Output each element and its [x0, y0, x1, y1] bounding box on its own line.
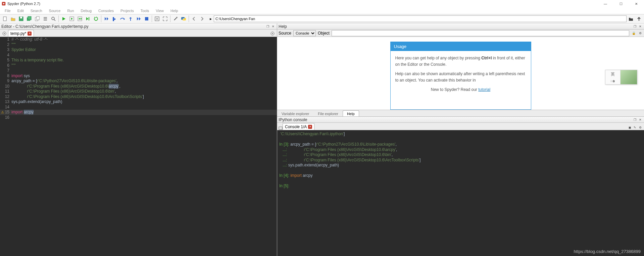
- console-undock-icon[interactable]: ❐: [633, 117, 637, 122]
- console-tab[interactable]: Console 1/A ✕: [283, 123, 314, 130]
- menu-debug[interactable]: Debug: [78, 8, 94, 13]
- spyder-logo-icon: [1, 1, 6, 6]
- code-line[interactable]: 6""": [0, 63, 277, 68]
- svg-rect-3: [20, 17, 22, 18]
- python-path-icon[interactable]: [180, 15, 187, 22]
- help-object-input[interactable]: [332, 30, 629, 36]
- usage-title: Usage: [391, 42, 531, 51]
- parent-dir-icon[interactable]: [635, 15, 643, 22]
- menu-consoles[interactable]: Consoles: [96, 8, 116, 13]
- menu-tools[interactable]: Tools: [138, 8, 152, 13]
- console-close-icon[interactable]: ✕: [638, 117, 643, 122]
- editor-tab-temp[interactable]: temp.py* ✕: [8, 30, 34, 37]
- preferences-icon[interactable]: [172, 15, 179, 22]
- code-line[interactable]: 5This is a temporary script file.: [0, 58, 277, 63]
- console-line: ...: r'C:\Program Files (x86)\ArcGIS\Des…: [279, 147, 642, 153]
- help-pane-label: Help: [279, 24, 287, 29]
- code-line[interactable]: 4: [0, 53, 277, 58]
- editor-pane-path: Editor - C:\Users\Chengyan Fan\.spyder\t…: [1, 24, 88, 29]
- code-line[interactable]: 11 r'C:\Program Files (x86)\ArcGIS\Deskt…: [0, 89, 277, 94]
- code-line[interactable]: 13sys.path.extend(arcpy_path): [0, 99, 277, 105]
- pane-undock-icon[interactable]: ❐: [265, 24, 270, 29]
- fullscreen-icon[interactable]: [161, 15, 169, 22]
- menu-search[interactable]: Search: [28, 8, 45, 13]
- outline-icon[interactable]: [42, 15, 49, 22]
- tutorial-link[interactable]: tutorial: [478, 87, 490, 92]
- nav-forward-icon[interactable]: [198, 15, 206, 22]
- editor-tab-label: temp.py*: [10, 31, 26, 36]
- console-clear-icon[interactable]: ✎: [633, 125, 637, 130]
- code-line[interactable]: 8import sys: [0, 73, 277, 79]
- help-close-icon[interactable]: ✕: [638, 24, 643, 29]
- help-toolbar: Source Console Object 🔒 ⚙: [277, 30, 644, 37]
- pane-close-icon[interactable]: ✕: [271, 24, 276, 29]
- save-icon[interactable]: [17, 15, 25, 22]
- code-line[interactable]: 3Spyder Editor: [0, 47, 277, 53]
- maximize-button[interactable]: ☐: [613, 0, 629, 7]
- console-line: ...: sys.path.extend(arcpy_path): [279, 163, 642, 168]
- help-source-select[interactable]: Console: [293, 30, 316, 36]
- code-line[interactable]: 9arcpy_path = [r'C:\Python27\ArcGIS10.6\…: [0, 79, 277, 84]
- code-editor[interactable]: 1# -*- coding: utf-8 -*-2"""3Spyder Edit…: [0, 37, 277, 256]
- tab-help[interactable]: Help: [343, 110, 359, 116]
- run-selection-icon[interactable]: [84, 15, 92, 22]
- debug-run-icon[interactable]: [111, 15, 118, 22]
- run-icon[interactable]: [60, 15, 67, 22]
- tab-file-explorer[interactable]: File explorer: [313, 110, 343, 116]
- console-tab-close-icon[interactable]: ✕: [308, 125, 312, 129]
- tab-options-icon[interactable]: [269, 31, 276, 37]
- nav-back-icon[interactable]: [190, 15, 198, 22]
- path-dropdown-icon[interactable]: ▸: [208, 15, 213, 22]
- svg-rect-7: [37, 16, 39, 20]
- new-file-icon[interactable]: [1, 15, 9, 22]
- menu-file[interactable]: File: [2, 8, 13, 13]
- debug-stop-icon[interactable]: [143, 15, 150, 22]
- console-tab-menu-icon[interactable]: [279, 126, 283, 130]
- menu-view[interactable]: View: [153, 8, 166, 13]
- svg-rect-19: [279, 127, 282, 130]
- console-options-icon[interactable]: ⚙: [638, 125, 643, 130]
- code-line[interactable]: 16: [0, 115, 277, 120]
- tab-menu-icon[interactable]: [1, 31, 7, 37]
- tab-variable-explorer[interactable]: Variable explorer: [277, 110, 313, 116]
- console-line: ...: r'C:\Program Files (x86)\ArcGIS\Des…: [279, 158, 642, 163]
- debug-continue-icon[interactable]: [135, 15, 142, 22]
- working-dir-input[interactable]: [214, 15, 627, 22]
- console-tab-label: Console 1/A: [285, 124, 307, 129]
- copy-icon[interactable]: [34, 15, 41, 22]
- debug-step-over-icon[interactable]: [119, 15, 126, 22]
- open-file-icon[interactable]: [9, 15, 17, 22]
- code-line[interactable]: 1# -*- coding: utf-8 -*-: [0, 37, 277, 42]
- help-options-icon[interactable]: ⚙: [638, 31, 643, 36]
- rerun-icon[interactable]: [92, 15, 100, 22]
- debug-step-out-icon[interactable]: [127, 15, 134, 22]
- tab-close-icon[interactable]: ✕: [28, 32, 32, 36]
- ime-widget[interactable]: 英 ፧ ✿: [605, 70, 637, 85]
- minimize-button[interactable]: —: [598, 0, 613, 7]
- code-line[interactable]: 14: [0, 105, 277, 110]
- menu-run[interactable]: Run: [64, 8, 77, 13]
- menu-edit[interactable]: Edit: [15, 8, 27, 13]
- code-line[interactable]: 12 r'C:\Program Files (x86)\ArcGIS\Deskt…: [0, 94, 277, 100]
- close-button[interactable]: ✕: [629, 0, 644, 7]
- help-lock-icon[interactable]: 🔒: [631, 31, 636, 36]
- code-line[interactable]: 2""": [0, 42, 277, 48]
- run-cell-advance-icon[interactable]: [76, 15, 84, 22]
- find-icon[interactable]: [50, 15, 57, 22]
- run-cell-icon[interactable]: [68, 15, 76, 22]
- console-tabbar: Console 1/A ✕ ◼ ✎ ⚙: [277, 123, 644, 130]
- browse-folder-icon[interactable]: [627, 15, 635, 22]
- menu-projects[interactable]: Projects: [118, 8, 137, 13]
- menu-source[interactable]: Source: [46, 8, 63, 13]
- maximize-pane-icon[interactable]: [153, 15, 161, 22]
- code-line[interactable]: 7: [0, 68, 277, 73]
- menu-help[interactable]: Help: [168, 8, 181, 13]
- console-stop-icon[interactable]: ◼: [627, 125, 632, 130]
- ime-lang-label: 英: [611, 71, 615, 77]
- ipython-console[interactable]: 'C:\\Users\\Chengyan Fan\\.ipython'] In …: [277, 130, 644, 256]
- help-undock-icon[interactable]: ❐: [633, 24, 637, 29]
- code-line[interactable]: 10 r'C:\Program Files (x86)\ArcGIS\Deskt…: [0, 84, 277, 89]
- debug-step-in-icon[interactable]: [103, 15, 110, 22]
- save-all-icon[interactable]: [26, 15, 33, 22]
- code-line[interactable]: ⚠15import arcpy: [0, 110, 277, 115]
